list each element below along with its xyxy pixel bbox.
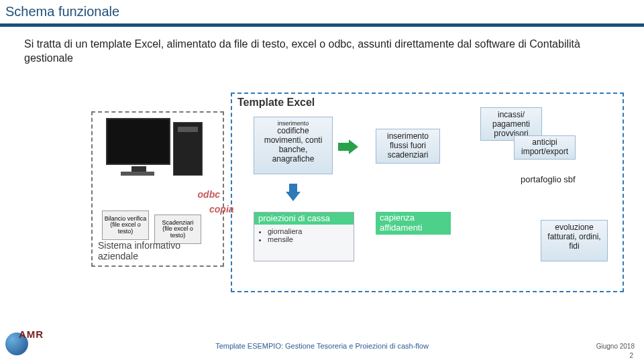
step-anticipi: anticipi import/export <box>514 135 576 160</box>
step-codifiche-text: codifiche movimenti, conti banche, anagr… <box>258 127 328 164</box>
logo-text: AMR <box>19 328 44 341</box>
capienza-box: capienza affidamenti <box>376 212 451 235</box>
template-box: Template Excel copia inserimento codific… <box>231 93 624 292</box>
description-text: Si tratta di un template Excel, alimenta… <box>0 27 644 72</box>
projections-title: proiezioni di cassa <box>254 213 354 225</box>
step-portafoglio: portafoglio sbf <box>521 174 576 184</box>
projections-list: giornaliera mensile <box>254 225 354 246</box>
tower-icon <box>173 122 203 176</box>
file-box-bilancio: Bilancio verifica (file excel o testo) <box>102 210 149 240</box>
slide-title: Schema funzionale <box>0 0 644 21</box>
monitor-base-icon <box>121 172 154 176</box>
arrow-down-icon <box>286 184 301 204</box>
date-label: Giugno 2018 <box>596 343 635 350</box>
list-item: mensile <box>268 235 351 243</box>
odbc-label: odbc <box>198 189 220 200</box>
step-flussi: inserimento flussi fuori scadenziari <box>376 129 440 164</box>
system-label: Sistema informativo aziendale <box>98 241 223 261</box>
footer-text: Template ESEMPIO: Gestione Tesoreria e P… <box>0 342 644 350</box>
projections-box: proiezioni di cassa giornaliera mensile <box>254 212 354 261</box>
step-codifiche: inserimento codifiche movimenti, conti b… <box>254 117 333 174</box>
computer-icon <box>106 118 211 189</box>
step-evoluzione: evoluzione fatturati, ordini, fidi <box>541 220 608 261</box>
system-box: odbc Bilancio verifica (file excel o tes… <box>91 111 224 267</box>
monitor-icon <box>106 118 170 165</box>
copia-label: copia <box>209 204 234 215</box>
arrow-right-icon <box>338 139 361 154</box>
diagram-area: odbc Bilancio verifica (file excel o tes… <box>91 93 624 292</box>
list-item: giornaliera <box>268 227 351 235</box>
template-title: Template Excel <box>237 97 315 109</box>
page-number: 2 <box>629 352 633 359</box>
